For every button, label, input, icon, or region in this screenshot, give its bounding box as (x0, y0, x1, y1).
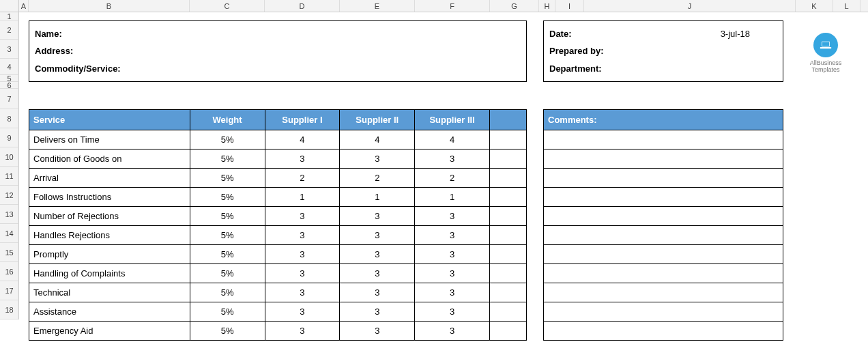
th-comments[interactable]: Comments: (544, 110, 783, 130)
col-header-E[interactable]: E (340, 0, 415, 12)
comment-cell[interactable] (544, 149, 783, 169)
cell-supplier3[interactable]: 3 (340, 302, 415, 322)
cell-supplier2[interactable]: 3 (265, 245, 341, 264)
cell-blank[interactable] (490, 226, 527, 245)
col-header-L[interactable]: L (833, 0, 860, 12)
row-header-8[interactable]: 8 (0, 109, 19, 128)
th-blank[interactable] (490, 110, 527, 130)
col-header-F[interactable]: F (415, 0, 490, 12)
cell-blank[interactable] (490, 149, 527, 169)
th-supplier1[interactable]: Supplier I (265, 110, 341, 130)
row-header-13[interactable]: 13 (0, 205, 19, 224)
col-header-D[interactable]: D (265, 0, 340, 12)
row-header-18[interactable]: 18 (0, 300, 19, 319)
cell-weight[interactable]: 5% (190, 149, 265, 169)
row-header-2[interactable]: 2 (0, 20, 19, 40)
cell-supplier3[interactable]: 2 (340, 169, 415, 188)
cell-weight[interactable]: 5% (190, 188, 265, 207)
cell-supplier4[interactable]: 3 (415, 283, 490, 302)
cell-blank[interactable] (490, 130, 527, 149)
cell-supplier4[interactable]: 3 (415, 322, 490, 341)
cell-service[interactable]: Handles Rejections (29, 226, 190, 245)
cell-supplier4[interactable]: 2 (415, 169, 490, 188)
cell-supplier4[interactable]: 3 (415, 245, 490, 264)
cell-blank[interactable] (490, 322, 527, 341)
cell-supplier4[interactable]: 3 (415, 264, 490, 283)
cell-supplier2[interactable]: 3 (265, 264, 341, 283)
cell-weight[interactable]: 5% (190, 283, 265, 302)
cell-service[interactable]: Follows Instructions (29, 188, 190, 207)
cell-supplier2[interactable]: 3 (265, 283, 341, 302)
col-header-A[interactable]: A (19, 0, 29, 12)
cell-supplier2[interactable]: 3 (265, 149, 341, 169)
commodity-row[interactable]: Commodity/Service: (35, 63, 521, 74)
cell-service[interactable]: Condition of Goods on (29, 149, 190, 169)
cell-supplier4[interactable]: 4 (415, 130, 490, 149)
cell-supplier2[interactable]: 4 (265, 130, 341, 149)
cell-service[interactable]: Arrival (29, 169, 190, 188)
comment-cell[interactable] (544, 130, 783, 149)
row-header-15[interactable]: 15 (0, 243, 19, 262)
cell-supplier2[interactable]: 2 (265, 169, 341, 188)
cell-supplier3[interactable]: 3 (340, 264, 415, 283)
cell-weight[interactable]: 5% (190, 245, 265, 264)
cell-service[interactable]: Number of Rejections (29, 207, 190, 226)
cell-weight[interactable]: 5% (190, 302, 265, 322)
comment-cell[interactable] (544, 264, 783, 283)
th-service[interactable]: Service (29, 110, 190, 130)
cell-supplier3[interactable]: 3 (340, 283, 415, 302)
cell-supplier4[interactable]: 1 (415, 188, 490, 207)
cell-weight[interactable]: 5% (190, 322, 265, 341)
th-supplier3[interactable]: Supplier III (415, 110, 490, 130)
comment-cell[interactable] (544, 245, 783, 264)
address-row[interactable]: Address: (35, 46, 521, 56)
row-header-11[interactable]: 11 (0, 167, 19, 186)
cell-supplier4[interactable]: 3 (415, 149, 490, 169)
row-header-1[interactable]: 1 (0, 12, 19, 20)
row-header-14[interactable]: 14 (0, 224, 19, 243)
col-header-G[interactable]: G (490, 0, 539, 12)
cell-supplier4[interactable]: 3 (415, 226, 490, 245)
row-header-7[interactable]: 7 (0, 89, 19, 109)
comment-cell[interactable] (544, 226, 783, 245)
select-all-corner[interactable] (0, 0, 19, 12)
row-header-3[interactable]: 3 (0, 40, 19, 59)
cell-service[interactable]: Technical (29, 283, 190, 302)
cell-supplier2[interactable]: 1 (265, 188, 341, 207)
prepared-row[interactable]: Prepared by: (549, 46, 777, 56)
cell-blank[interactable] (490, 283, 527, 302)
cell-service[interactable]: Assistance (29, 302, 190, 322)
cell-supplier3[interactable]: 1 (340, 188, 415, 207)
comment-cell[interactable] (544, 302, 783, 322)
cell-service[interactable]: Emergency Aid (29, 322, 190, 341)
cell-blank[interactable] (490, 245, 527, 264)
row-header-10[interactable]: 10 (0, 147, 19, 167)
cell-supplier4[interactable]: 3 (415, 302, 490, 322)
row-header-4[interactable]: 4 (0, 59, 19, 75)
comment-cell[interactable] (544, 188, 783, 207)
row-header-16[interactable]: 16 (0, 262, 19, 281)
col-header-J[interactable]: J (584, 0, 796, 12)
col-header-I[interactable]: I (555, 0, 584, 12)
cell-supplier3[interactable]: 4 (340, 130, 415, 149)
cell-blank[interactable] (490, 188, 527, 207)
cell-supplier3[interactable]: 3 (340, 226, 415, 245)
cell-supplier3[interactable]: 3 (340, 149, 415, 169)
cell-blank[interactable] (490, 169, 527, 188)
row-header-12[interactable]: 12 (0, 186, 19, 205)
cell-supplier3[interactable]: 3 (340, 207, 415, 226)
department-row[interactable]: Department: (549, 63, 777, 74)
cell-supplier4[interactable]: 3 (415, 207, 490, 226)
col-header-K[interactable]: K (796, 0, 833, 12)
row-header-6[interactable]: 6 (0, 82, 19, 89)
date-row[interactable]: Date: 3-jul-18 (549, 29, 777, 39)
cell-weight[interactable]: 5% (190, 207, 265, 226)
cell-blank[interactable] (490, 302, 527, 322)
cell-service[interactable]: Promptly (29, 245, 190, 264)
cell-supplier2[interactable]: 3 (265, 302, 341, 322)
cell-supplier3[interactable]: 3 (340, 322, 415, 341)
row-header-17[interactable]: 17 (0, 281, 19, 300)
comment-cell[interactable] (544, 322, 783, 341)
cell-supplier2[interactable]: 3 (265, 207, 341, 226)
comment-cell[interactable] (544, 169, 783, 188)
